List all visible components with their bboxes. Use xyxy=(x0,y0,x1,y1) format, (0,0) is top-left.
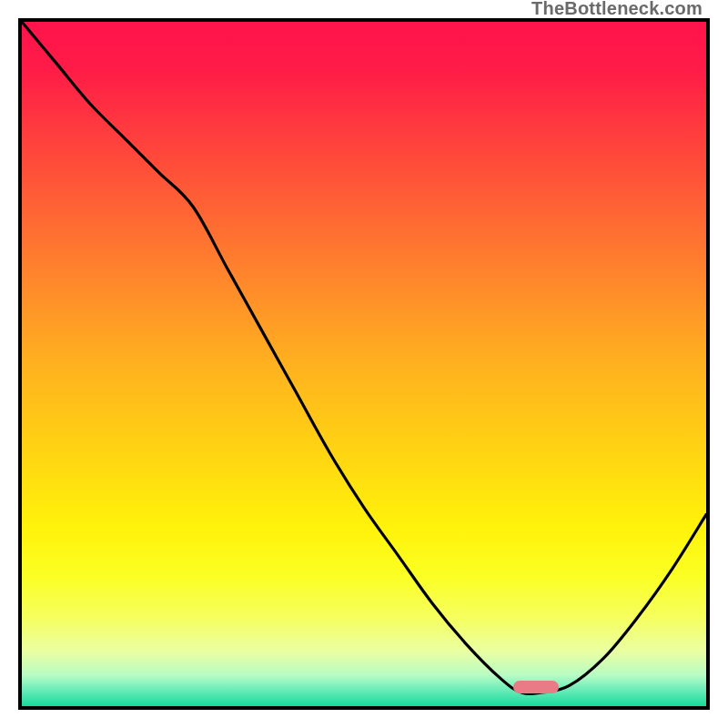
curve-layer xyxy=(22,22,706,706)
bottleneck-curve xyxy=(22,22,706,694)
watermark-text: TheBottleneck.com xyxy=(531,0,703,19)
optimal-region-marker xyxy=(513,681,559,693)
plot-frame xyxy=(18,18,710,710)
